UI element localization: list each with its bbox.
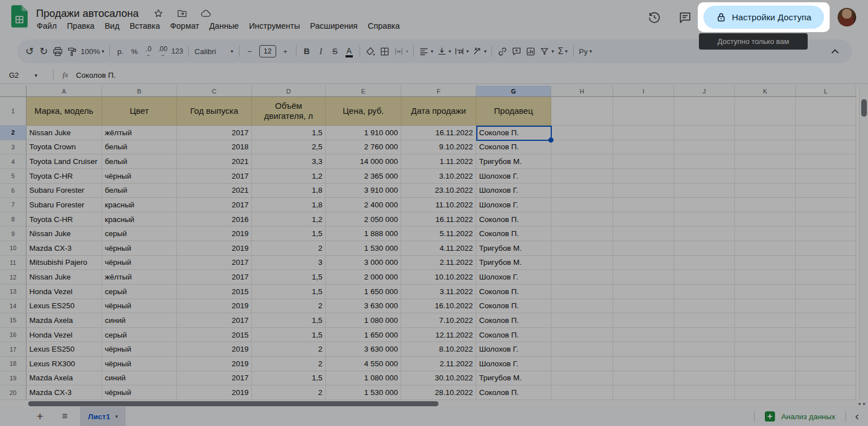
dim-overlay [0,0,868,426]
share-spotlight: Настройки Доступа [698,2,830,32]
share-button[interactable]: Настройки Доступа [703,6,824,29]
lock-icon [716,12,727,23]
google-sheets-window: Продажи автосалона ФайлПравкаВидВставкаФ… [0,0,868,426]
